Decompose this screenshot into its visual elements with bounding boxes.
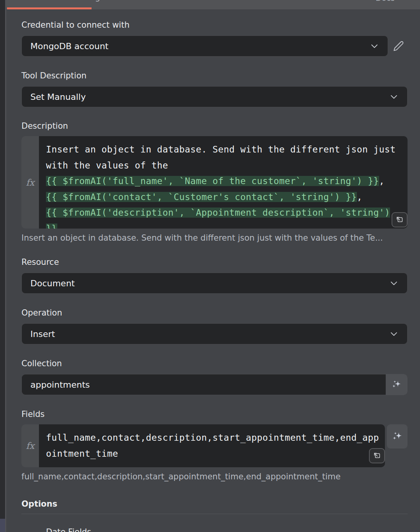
operation-label: Operation bbox=[21, 308, 408, 317]
code-line: {{ $fromAI('full_name', `Name of the cus… bbox=[46, 173, 408, 189]
chevron-down-icon bbox=[389, 329, 399, 339]
description-expression-editor[interactable]: fx Insert an object in database. Send wi… bbox=[21, 136, 408, 229]
pencil-icon bbox=[393, 41, 404, 51]
fields-expression-editor[interactable]: fx full_name,contact,description,start_a… bbox=[21, 424, 385, 467]
operation-row: Insert bbox=[21, 323, 408, 344]
text-segment: ointment_time bbox=[46, 449, 118, 459]
edit-credential-button[interactable] bbox=[390, 35, 408, 57]
code-line: {{ $fromAI('description', `Appointment d… bbox=[46, 205, 408, 221]
code-line: ointment_time bbox=[46, 446, 385, 462]
docs-link[interactable]: Docs bbox=[376, 0, 395, 3]
tool-description-value: Set Manually bbox=[30, 92, 86, 102]
expression-segment: {{ $fromAI('full_name', `Name of the cus… bbox=[46, 176, 379, 186]
credential-label: Credential to connect with bbox=[21, 20, 408, 30]
chevron-down-icon bbox=[389, 278, 399, 288]
collection-value: appointments bbox=[30, 380, 90, 390]
parameters-form: Credential to connect with MongoDB accou… bbox=[6, 20, 420, 532]
operation-value: Insert bbox=[30, 329, 55, 339]
tool-description-label: Tool Description bbox=[21, 71, 408, 80]
expression-segment: {{ $fromAI('contact', `Customer's contac… bbox=[46, 192, 357, 202]
text-segment: Insert an object in database. Send with … bbox=[46, 144, 396, 154]
tab-bar: Parameters Settings Docs bbox=[6, 0, 420, 9]
tool-description-select[interactable]: Set Manually bbox=[21, 86, 408, 107]
resource-value: Document bbox=[30, 278, 75, 288]
date-fields-label: Date Fields bbox=[46, 527, 408, 532]
credential-value: MongoDB account bbox=[30, 41, 108, 51]
ai-fill-fields-button[interactable] bbox=[387, 424, 408, 449]
ai-fill-collection-button[interactable] bbox=[386, 374, 408, 395]
node-settings-panel: Parameters Settings Docs Credential to c… bbox=[6, 0, 420, 532]
expand-editor-button[interactable] bbox=[392, 212, 408, 227]
resource-label: Resource bbox=[21, 257, 408, 267]
sparkles-icon bbox=[391, 430, 404, 443]
tool-description-row: Set Manually bbox=[21, 86, 408, 107]
description-hint: Insert an object in database. Send with … bbox=[21, 233, 408, 243]
text-segment: full_name,contact,description,start_appo… bbox=[46, 433, 379, 443]
options-heading: Options bbox=[21, 499, 408, 509]
fx-icon: fx bbox=[26, 441, 34, 451]
active-tab-underline bbox=[7, 7, 92, 9]
fields-code-area[interactable]: full_name,contact,description,start_appo… bbox=[39, 424, 385, 467]
expression-gutter: fx bbox=[21, 136, 39, 229]
fields-label: Fields bbox=[21, 410, 408, 419]
options-divider bbox=[21, 514, 408, 514]
operation-select[interactable]: Insert bbox=[21, 323, 408, 344]
code-line: Insert an object in database. Send with … bbox=[46, 142, 408, 158]
canvas-node-peek bbox=[0, 519, 5, 532]
credential-row: MongoDB account bbox=[21, 35, 408, 57]
resource-select[interactable]: Document bbox=[21, 273, 408, 294]
collection-input-group: appointments bbox=[21, 374, 408, 395]
description-label: Description bbox=[21, 121, 408, 131]
code-line: }} bbox=[46, 221, 408, 229]
text-segment: with the values of the bbox=[46, 160, 168, 170]
fields-hint: full_name,contact,description,start_appo… bbox=[21, 472, 408, 482]
code-line: full_name,contact,description,start_appo… bbox=[46, 430, 385, 446]
code-line: with the values of the bbox=[46, 158, 408, 174]
chevron-down-icon bbox=[389, 92, 399, 101]
description-code-area[interactable]: Insert an object in database. Send with … bbox=[39, 136, 408, 229]
expression-segment: {{ $fromAI('description', `Appointment d… bbox=[46, 207, 390, 218]
code-line: {{ $fromAI('contact', `Customer's contac… bbox=[46, 189, 408, 205]
canvas-edge bbox=[0, 0, 5, 532]
text-segment: , bbox=[357, 192, 362, 202]
sparkles-icon bbox=[391, 379, 402, 390]
fields-row: fx full_name,contact,description,start_a… bbox=[21, 424, 408, 467]
tab-settings[interactable]: Settings bbox=[62, 0, 108, 2]
expand-icon bbox=[373, 452, 381, 460]
expand-icon bbox=[395, 216, 404, 224]
collection-label: Collection bbox=[21, 359, 408, 368]
expression-segment: }} bbox=[46, 223, 57, 229]
panel-left-border bbox=[5, 0, 6, 532]
fx-icon: fx bbox=[26, 177, 34, 188]
chevron-down-icon bbox=[370, 41, 379, 51]
credential-select[interactable]: MongoDB account bbox=[21, 35, 388, 57]
expand-editor-button[interactable] bbox=[369, 448, 385, 463]
resource-row: Document bbox=[21, 273, 408, 294]
expression-gutter: fx bbox=[21, 424, 39, 467]
collection-input[interactable]: appointments bbox=[21, 374, 386, 395]
text-segment: , bbox=[379, 176, 385, 186]
